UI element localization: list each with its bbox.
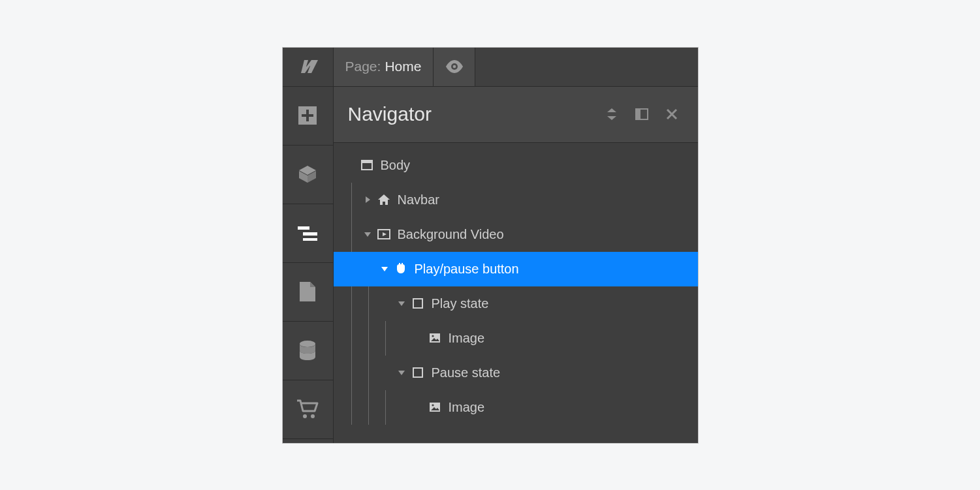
- svg-point-10: [311, 414, 315, 418]
- expand-toggle[interactable]: [396, 300, 407, 307]
- collapse-icon: [606, 107, 618, 121]
- cube-icon: [297, 164, 318, 185]
- video-icon: [377, 229, 391, 239]
- navigator-panel: Navigator Body: [334, 87, 698, 443]
- tree-item-label: Play/pause button: [415, 262, 519, 277]
- tree-item-body[interactable]: Body: [334, 148, 698, 183]
- left-sidebar: [283, 87, 334, 443]
- tree-item-navbar[interactable]: Navbar: [334, 183, 698, 217]
- designer-panel: Page: Home: [283, 48, 698, 443]
- svg-rect-14: [362, 161, 372, 163]
- expand-toggle[interactable]: [362, 231, 373, 237]
- button-icon: [394, 262, 408, 275]
- svg-rect-7: [303, 238, 317, 241]
- tree-item-label: Play state: [432, 296, 489, 311]
- body-icon: [360, 160, 374, 170]
- svg-rect-4: [302, 114, 313, 117]
- navigator-icon: [298, 225, 317, 241]
- tree-item-pause-state[interactable]: Pause state: [334, 356, 698, 390]
- tree-item-pause-image[interactable]: Image: [334, 390, 698, 425]
- svg-point-1: [453, 65, 456, 69]
- tree-item-label: Image: [449, 400, 485, 415]
- sidebar-pages-button[interactable]: [283, 263, 333, 322]
- svg-point-9: [303, 414, 307, 418]
- element-tree: Body Navbar: [334, 143, 698, 443]
- pages-icon: [298, 281, 317, 303]
- sidebar-ecommerce-button[interactable]: [283, 380, 333, 439]
- tree-item-label: Background Video: [398, 227, 504, 242]
- svg-rect-5: [298, 226, 309, 230]
- page-name: Home: [385, 59, 421, 74]
- page-selector[interactable]: Page: Home: [334, 48, 434, 86]
- eye-icon: [445, 60, 464, 73]
- sidebar-navigator-button[interactable]: [283, 204, 333, 263]
- svg-rect-6: [303, 232, 317, 236]
- sidebar-symbols-button[interactable]: [283, 145, 333, 204]
- svg-rect-19: [413, 368, 422, 377]
- tree-item-label: Body: [381, 158, 411, 173]
- tree-item-play-state[interactable]: Play state: [334, 286, 698, 321]
- tree-item-label: Pause state: [432, 365, 501, 380]
- svg-point-21: [432, 404, 434, 406]
- svg-point-18: [432, 335, 434, 337]
- navigator-header: Navigator: [334, 87, 698, 143]
- dock-button[interactable]: [629, 108, 655, 120]
- main-area: Navigator Body: [283, 87, 698, 443]
- sidebar-add-button[interactable]: [283, 87, 333, 145]
- database-icon: [298, 340, 317, 361]
- topbar: Page: Home: [283, 48, 698, 87]
- svg-rect-12: [636, 109, 640, 119]
- div-icon: [411, 298, 425, 309]
- close-navigator-button[interactable]: [659, 108, 685, 120]
- tree-item-background-video[interactable]: Background Video: [334, 217, 698, 252]
- expand-toggle[interactable]: [396, 369, 407, 376]
- navigator-title: Navigator: [348, 103, 595, 125]
- webflow-logo-icon: [296, 59, 319, 74]
- expand-toggle[interactable]: [379, 266, 390, 272]
- tree-item-label: Navbar: [398, 192, 439, 207]
- collapse-all-button[interactable]: [599, 107, 625, 121]
- expand-toggle[interactable]: [362, 196, 373, 204]
- plus-icon: [298, 106, 317, 125]
- sidebar-cms-button[interactable]: [283, 322, 333, 380]
- dock-icon: [635, 108, 648, 120]
- tree-item-playpause-button[interactable]: Play/pause button: [334, 252, 698, 286]
- close-icon: [666, 108, 678, 120]
- preview-button[interactable]: [434, 48, 475, 86]
- svg-point-8: [300, 341, 315, 347]
- cart-icon: [296, 399, 319, 419]
- image-icon: [428, 333, 442, 343]
- tree-item-play-image[interactable]: Image: [334, 321, 698, 356]
- image-icon: [428, 402, 442, 412]
- webflow-logo[interactable]: [283, 48, 334, 86]
- home-icon: [377, 194, 391, 206]
- tree-item-label: Image: [449, 331, 485, 346]
- div-icon: [411, 367, 425, 378]
- svg-rect-16: [413, 299, 422, 308]
- page-label: Page:: [345, 59, 381, 74]
